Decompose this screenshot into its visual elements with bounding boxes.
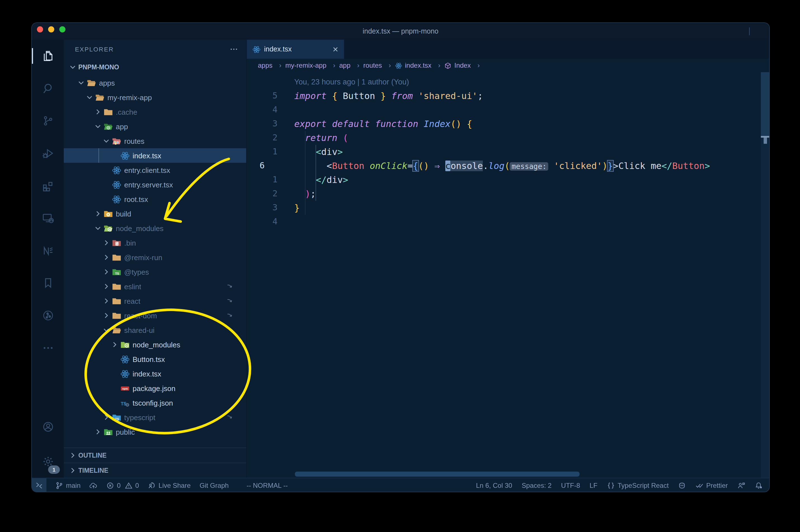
timeline-section-header[interactable]: TIMELINE xyxy=(64,463,246,478)
git-graph-button[interactable]: Git Graph xyxy=(200,478,229,492)
tree-chevron-icon[interactable] xyxy=(93,224,103,233)
next-change-button[interactable] xyxy=(698,44,708,54)
tree-folder-bin[interactable]: 0110 .bin xyxy=(64,235,246,250)
vim-mode-indicator[interactable]: -- NORMAL -- xyxy=(247,478,288,492)
activity-settings[interactable]: 1 xyxy=(32,445,64,478)
tree-file-index-tsx[interactable]: index.tsx xyxy=(64,148,246,163)
tree-folder-build[interactable]: build xyxy=(64,206,246,221)
tree-chevron-icon[interactable] xyxy=(102,253,112,262)
tree-chevron-icon[interactable] xyxy=(93,108,103,116)
tree-chevron-icon[interactable] xyxy=(102,326,112,335)
toggle-primary-sidebar-button[interactable] xyxy=(707,27,716,36)
tree-folder-shared-ui[interactable]: shared-ui xyxy=(64,323,246,337)
code-line[interactable]: 4 xyxy=(247,215,761,229)
tree-folder-typescript[interactable]: TS typescript xyxy=(64,410,246,424)
notifications-bell[interactable] xyxy=(755,481,763,489)
zoom-window-button[interactable] xyxy=(59,26,65,33)
activity-bookmarks[interactable] xyxy=(32,267,64,299)
tree-folder-node-modules[interactable]: JS node_modules xyxy=(64,221,246,235)
toggle-panel-button[interactable] xyxy=(721,27,729,36)
code-line[interactable]: 1 <div> xyxy=(247,145,761,159)
activity-nx-console[interactable] xyxy=(32,234,64,267)
tree-chevron-icon[interactable] xyxy=(110,369,120,378)
tree-folder-public[interactable]: public xyxy=(64,424,246,439)
tree-folder-react[interactable]: react xyxy=(64,294,246,308)
eol-sequence[interactable]: LF xyxy=(590,481,597,489)
formatter-prettier[interactable]: Prettier xyxy=(696,481,728,489)
tree-chevron-icon[interactable] xyxy=(110,340,120,349)
tree-chevron-icon[interactable] xyxy=(102,413,112,422)
tree-chevron-icon[interactable] xyxy=(102,311,112,320)
tab-index-tsx[interactable]: index.tsx ✕ xyxy=(247,40,344,59)
timeline-history-button[interactable] xyxy=(645,44,654,54)
toggle-secondary-sidebar-button[interactable] xyxy=(735,27,743,36)
encoding[interactable]: UTF-8 xyxy=(561,481,580,489)
explorer-more-actions-icon[interactable] xyxy=(229,45,238,54)
breadcrumb-item[interactable]: apps xyxy=(258,61,285,69)
tree-chevron-icon[interactable] xyxy=(93,209,103,218)
tree-folder-my-remix-app[interactable]: my-remix-app xyxy=(64,90,246,104)
customize-layout-button[interactable] xyxy=(755,27,764,36)
code-line[interactable]: 2 return ( xyxy=(247,131,761,145)
tree-chevron-icon[interactable] xyxy=(102,297,112,305)
tree-chevron-icon[interactable] xyxy=(93,428,103,436)
tree-chevron-icon[interactable] xyxy=(110,384,120,393)
activity-git-graph[interactable] xyxy=(32,299,64,332)
tree-chevron-icon[interactable] xyxy=(102,238,112,247)
tree-folder-types[interactable]: TS @types xyxy=(64,265,246,279)
sync-changes-button[interactable] xyxy=(90,478,97,492)
previous-change-button[interactable] xyxy=(662,44,672,54)
copilot-status[interactable] xyxy=(678,481,686,489)
activity-accounts[interactable] xyxy=(32,411,64,445)
tree-folder-cache[interactable]: .cache xyxy=(64,104,246,119)
tree-file-root-tsx[interactable]: root.tsx xyxy=(64,192,246,206)
divider[interactable] xyxy=(749,27,750,35)
workspace-section-header[interactable]: PNPM-MONO xyxy=(64,59,246,76)
tree-folder-shared-node-modules[interactable]: JS node_modules xyxy=(64,337,246,352)
tree-folder-remix-run[interactable]: @remix-run xyxy=(64,250,246,265)
code-line[interactable]: 5 import { Button } from 'shared-ui'; xyxy=(247,89,761,103)
git-branch-item[interactable]: main xyxy=(55,478,80,492)
activity-run-debug[interactable] xyxy=(32,137,64,170)
tree-chevron-icon[interactable] xyxy=(102,180,112,189)
tree-chevron-icon[interactable] xyxy=(102,166,112,174)
tree-folder-app[interactable]: app xyxy=(64,119,246,134)
tree-folder-eslint[interactable]: eslint xyxy=(64,279,246,294)
remote-indicator[interactable] xyxy=(32,478,46,492)
live-share-button[interactable]: Live Share xyxy=(148,478,191,492)
horizontal-scrollbar-slider[interactable] xyxy=(295,472,579,477)
open-changes-button[interactable] xyxy=(680,44,690,54)
breadcrumb-item[interactable]: routes xyxy=(363,61,395,69)
code-line[interactable]: 3 } xyxy=(247,201,761,215)
code-line[interactable]: 1 </div> xyxy=(247,173,761,187)
tree-chevron-icon[interactable] xyxy=(110,151,120,160)
cursor-position[interactable]: Ln 6, Col 30 xyxy=(476,481,512,489)
breadcrumb-item[interactable]: app xyxy=(339,61,363,69)
tree-chevron-icon[interactable] xyxy=(102,136,112,146)
vertical-scrollbar-slider[interactable] xyxy=(761,72,769,138)
tree-file-entry-server[interactable]: entry.server.tsx xyxy=(64,177,246,192)
feedback-button[interactable] xyxy=(737,481,745,489)
code-editor[interactable]: You, 23 hours ago | 1 author (You) 5 imp… xyxy=(247,72,769,478)
tree-file-button-tsx[interactable]: Button.tsx xyxy=(64,352,246,366)
activity-more[interactable] xyxy=(32,332,64,364)
errors-count[interactable]: 0 xyxy=(106,478,120,492)
tree-folder-react-dom[interactable]: react-dom xyxy=(64,308,246,323)
breadcrumb-item[interactable]: my-remix-app xyxy=(285,61,339,69)
tree-chevron-icon[interactable] xyxy=(102,195,112,204)
tree-chevron-icon[interactable] xyxy=(102,282,112,291)
activity-explorer[interactable] xyxy=(32,40,64,72)
activity-source-control[interactable] xyxy=(32,104,64,137)
tree-file-shared-index-tsx[interactable]: index.tsx xyxy=(64,366,246,381)
minimize-window-button[interactable] xyxy=(48,26,54,33)
tree-chevron-icon[interactable] xyxy=(85,93,95,102)
code-line[interactable]: 3 export default function Index() { xyxy=(247,117,761,131)
tree-chevron-icon[interactable] xyxy=(110,398,120,407)
tree-file-package-json[interactable]: npm package.json xyxy=(64,381,246,396)
tree-chevron-icon[interactable] xyxy=(110,355,120,364)
gitlens-graph-button[interactable] xyxy=(716,44,726,54)
tree-folder-apps[interactable]: apps xyxy=(64,76,246,90)
breadcrumb-item[interactable]: Index xyxy=(444,61,484,69)
activity-search[interactable] xyxy=(32,72,64,104)
indentation[interactable]: Spaces: 2 xyxy=(522,481,552,489)
